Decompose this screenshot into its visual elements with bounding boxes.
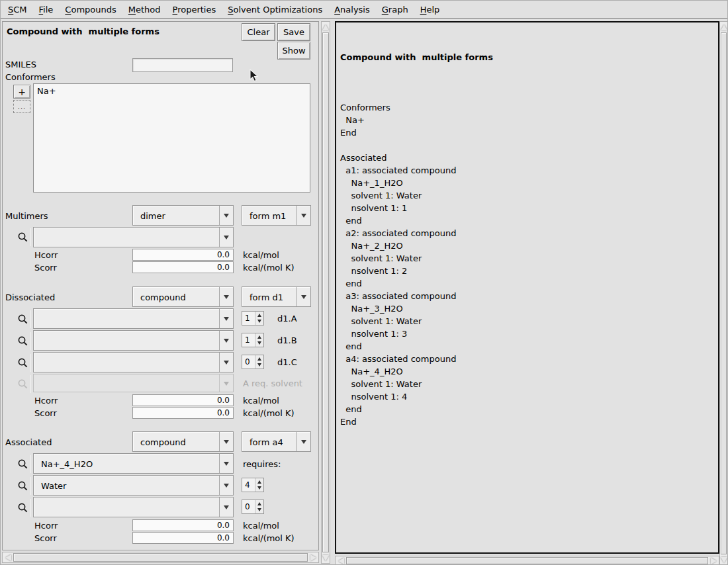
menu-item-properties[interactable]: Properties: [167, 2, 222, 17]
right-vertical-scrollbar[interactable]: [719, 21, 728, 565]
chevron-down-icon: [219, 331, 233, 350]
scorr-unit: kcal/(mol K): [243, 263, 295, 273]
associated-label: Associated: [5, 437, 52, 447]
scorr-field[interactable]: 0.0: [132, 261, 234, 273]
scorr-field[interactable]: 0.0: [132, 532, 234, 544]
multimer-compound-select[interactable]: [33, 227, 234, 247]
search-icon[interactable]: [15, 455, 31, 473]
spinner-down-icon[interactable]: [257, 341, 261, 345]
output-line: a1: associated compound: [340, 164, 715, 177]
conformers-list[interactable]: Na+: [33, 83, 310, 193]
dissociated-form-select[interactable]: form d1: [242, 286, 311, 307]
scrollbar-thumb[interactable]: [721, 32, 727, 554]
count-stepper-d1b[interactable]: 1: [242, 333, 264, 347]
scroll-left-icon[interactable]: [3, 552, 13, 562]
hcorr-field[interactable]: 0.0: [132, 394, 234, 406]
requires-label: requires:: [243, 459, 281, 469]
associated-solvent1-select[interactable]: Water: [33, 475, 234, 496]
spinner-down-icon[interactable]: [257, 486, 261, 490]
scroll-up-icon[interactable]: [720, 22, 727, 32]
output-line: End: [340, 126, 715, 139]
search-icon[interactable]: [15, 354, 31, 372]
associated-type-select[interactable]: compound: [132, 431, 234, 452]
show-button[interactable]: Show: [277, 42, 310, 60]
chevron-down-icon: [219, 454, 233, 473]
spinner-up-icon[interactable]: [257, 335, 261, 339]
scroll-left-icon[interactable]: [336, 556, 346, 565]
dissociated-solvent-select: [33, 374, 234, 392]
spinner-down-icon[interactable]: [257, 320, 261, 323]
menu-item-graph[interactable]: Graph: [376, 2, 414, 17]
scrollbar-thumb[interactable]: [13, 553, 308, 562]
menu-item-solvent-optimizations[interactable]: Solvent Optimizations: [222, 2, 328, 17]
spinner-down-icon[interactable]: [257, 508, 261, 511]
spinner-up-icon[interactable]: [257, 480, 261, 484]
menu-item-file[interactable]: File: [33, 2, 60, 17]
dissociated-compound-select-a[interactable]: [33, 308, 234, 329]
hcorr-field[interactable]: 0.0: [132, 519, 234, 531]
output-line: Conformers: [340, 101, 715, 114]
count-stepper-d1c[interactable]: 0: [242, 355, 264, 369]
output-line: nsolvent 1: 4: [340, 390, 715, 403]
multimers-label: Multimers: [5, 211, 48, 221]
scroll-down-icon[interactable]: [322, 552, 330, 563]
smiles-input[interactable]: [132, 58, 233, 72]
search-icon[interactable]: [15, 477, 31, 495]
dissociated-compound-select-b[interactable]: [33, 330, 234, 351]
scorr-field[interactable]: 0.0: [132, 407, 234, 419]
multimer-form-select[interactable]: form m1: [242, 205, 311, 226]
dissociated-compound-select-c[interactable]: [33, 352, 234, 372]
left-vertical-scrollbar[interactable]: [321, 21, 330, 564]
menu-item-method[interactable]: Method: [122, 2, 167, 17]
clear-button[interactable]: Clear: [242, 23, 275, 41]
scrollbar-thumb[interactable]: [346, 557, 708, 564]
chevron-down-icon: [219, 287, 233, 306]
menu-item-analysis[interactable]: Analysis: [328, 2, 376, 17]
spinner-down-icon[interactable]: [257, 363, 261, 367]
spinner-up-icon[interactable]: [257, 502, 261, 505]
output-line: a2: associated compound: [340, 227, 715, 239]
search-icon[interactable]: [15, 332, 31, 350]
chevron-down-icon: [219, 309, 233, 328]
scroll-up-icon[interactable]: [322, 22, 330, 32]
nsolvent2-stepper[interactable]: 0: [242, 500, 264, 514]
multimer-type-select[interactable]: dimer: [132, 205, 234, 226]
scorr-label: Scorr: [34, 263, 57, 273]
associated-form-select[interactable]: form a4: [242, 431, 311, 452]
right-horizontal-scrollbar[interactable]: [335, 556, 719, 565]
scrollbar-thumb[interactable]: [322, 32, 329, 552]
scroll-right-icon[interactable]: [308, 552, 318, 562]
dissociated-type-select[interactable]: compound: [132, 286, 234, 307]
search-icon[interactable]: [15, 499, 31, 517]
output-line: Na+_4_H2O: [340, 365, 715, 378]
menu-item-scm[interactable]: SCM: [2, 2, 33, 17]
count-stepper-d1a[interactable]: 1: [242, 311, 264, 326]
spinner-up-icon[interactable]: [257, 314, 261, 317]
conformers-label: Conformers: [5, 72, 56, 82]
chevron-down-icon: [296, 432, 310, 451]
output-line: Na+_2_H2O: [340, 239, 715, 252]
hcorr-unit: kcal/mol: [243, 396, 279, 406]
output-text-lines: Conformers Na+EndAssociated a1: associat…: [340, 89, 715, 428]
nsolvent1-stepper[interactable]: 4: [242, 478, 264, 492]
scroll-down-icon[interactable]: [720, 554, 727, 565]
more-conformer-button[interactable]: ...: [13, 100, 30, 113]
spinner-up-icon[interactable]: [257, 357, 261, 361]
menu-item-help[interactable]: Help: [414, 2, 446, 17]
hcorr-field[interactable]: 0.0: [132, 249, 234, 261]
search-icon[interactable]: [15, 228, 31, 246]
associated-compound-select[interactable]: Na+_4_H2O: [33, 453, 234, 474]
output-line: solvent 1: Water: [340, 378, 715, 390]
add-conformer-button[interactable]: +: [13, 85, 30, 99]
output-line: [340, 89, 715, 101]
output-line: end: [340, 340, 715, 353]
output-line: end: [340, 403, 715, 415]
chevron-down-icon: [219, 432, 233, 451]
scroll-right-icon[interactable]: [708, 556, 719, 565]
save-button[interactable]: Save: [277, 23, 310, 41]
left-horizontal-scrollbar[interactable]: [2, 552, 319, 563]
list-item[interactable]: Na+: [37, 85, 310, 97]
menu-item-compounds[interactable]: Compounds: [59, 2, 122, 17]
search-icon[interactable]: [15, 310, 31, 328]
associated-solvent2-select[interactable]: [33, 497, 234, 517]
